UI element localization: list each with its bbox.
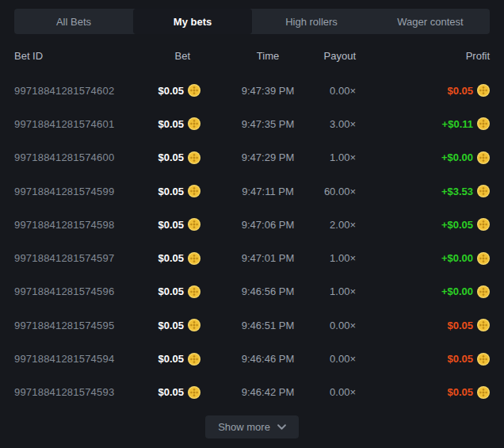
profit-amount: +$0.05 <box>441 219 473 231</box>
profit-cell: +$0.05 <box>356 218 490 231</box>
profit-amount: +$0.00 <box>441 285 473 297</box>
bnb-coin-icon <box>477 386 490 399</box>
payout-cell: 60.00× <box>324 186 356 197</box>
payout-cell: 0.00× <box>330 353 356 365</box>
bnb-coin-icon <box>477 218 490 231</box>
payout-cell: 0.00× <box>330 320 356 331</box>
bet-amount: $0.05 <box>158 85 184 97</box>
col-header-profit: Profit <box>356 50 490 62</box>
bet-id-cell[interactable]: 99718841281574599 <box>14 186 157 197</box>
payout-cell: 0.00× <box>330 85 356 97</box>
bet-amount: $0.05 <box>158 353 184 365</box>
bet-amount: $0.05 <box>158 285 184 297</box>
bnb-coin-icon <box>188 319 200 331</box>
chevron-down-icon <box>277 424 286 430</box>
bet-amount: $0.05 <box>158 219 184 231</box>
bet-id-cell[interactable]: 99718841281574600 <box>14 151 157 163</box>
table-row: 99718841281574597 $0.05 9:47:01 PM 1.00×… <box>14 241 490 274</box>
tab-bar: All Bets My bets High rollers Wager cont… <box>14 9 490 34</box>
col-header-bet: Bet <box>174 50 200 62</box>
profit-cell: $0.05 <box>356 386 490 399</box>
bnb-coin-icon <box>188 386 200 399</box>
bet-id-cell[interactable]: 99718841281574598 <box>14 219 157 231</box>
tab-my-bets[interactable]: My bets <box>133 9 252 34</box>
tab-label: High rollers <box>285 16 338 28</box>
bnb-coin-icon <box>188 252 200 265</box>
col-header-payout: Payout <box>324 50 356 62</box>
bnb-coin-icon <box>188 285 200 298</box>
tab-label: All Bets <box>56 16 91 28</box>
show-more-container: Show more <box>14 415 490 438</box>
table-header: Bet ID Bet Time Payout Profit <box>14 34 490 74</box>
tab-label: Wager contest <box>397 16 463 28</box>
tab-label: My bets <box>174 16 212 28</box>
tab-all-bets[interactable]: All Bets <box>14 9 133 34</box>
time-cell: 9:47:01 PM <box>200 252 335 264</box>
bnb-coin-icon <box>477 353 490 366</box>
profit-amount: +$0.00 <box>441 151 473 163</box>
bet-amount: $0.05 <box>158 186 184 197</box>
time-cell: 9:46:42 PM <box>200 386 335 398</box>
profit-cell: +$3.53 <box>356 185 490 197</box>
profit-cell: +$0.00 <box>356 252 490 265</box>
bet-id-cell[interactable]: 99718841281574594 <box>14 353 157 365</box>
bet-id-cell[interactable]: 99718841281574596 <box>14 285 157 297</box>
profit-amount: $0.05 <box>447 320 473 331</box>
time-cell: 9:47:29 PM <box>200 151 335 163</box>
bet-amount: $0.05 <box>158 118 184 130</box>
payout-cell: 2.00× <box>330 219 356 231</box>
bnb-coin-icon <box>477 117 490 130</box>
table-row: 99718841281574593 $0.05 9:46:42 PM 0.00×… <box>14 376 490 409</box>
profit-amount: +$0.00 <box>441 252 473 264</box>
profit-cell: $0.05 <box>356 84 490 97</box>
show-more-label: Show more <box>218 421 270 433</box>
bnb-coin-icon <box>188 84 200 97</box>
bnb-coin-icon <box>188 218 200 231</box>
bet-cell: $0.05 <box>158 185 200 197</box>
bets-table: Bet ID Bet Time Payout Profit 9971884128… <box>14 34 490 409</box>
table-row: 99718841281574594 $0.05 9:46:46 PM 0.00×… <box>14 342 490 375</box>
bnb-coin-icon <box>188 117 200 130</box>
bnb-coin-icon <box>188 151 200 164</box>
time-cell: 9:46:56 PM <box>200 285 335 297</box>
bnb-coin-icon <box>188 185 200 197</box>
payout-cell: 0.00× <box>330 386 356 398</box>
bet-cell: $0.05 <box>158 285 200 298</box>
bet-cell: $0.05 <box>158 319 200 331</box>
payout-cell: 3.00× <box>330 118 356 130</box>
col-header-time: Time <box>200 50 335 62</box>
bnb-coin-icon <box>188 353 200 366</box>
show-more-button[interactable]: Show more <box>205 415 299 438</box>
bet-id-cell[interactable]: 99718841281574595 <box>14 320 157 331</box>
profit-amount: $0.05 <box>447 353 473 365</box>
bnb-coin-icon <box>477 252 490 265</box>
bet-cell: $0.05 <box>158 84 200 97</box>
tab-wager-contest[interactable]: Wager contest <box>371 9 490 34</box>
bet-id-cell[interactable]: 99718841281574597 <box>14 252 157 264</box>
bet-amount: $0.05 <box>158 252 184 264</box>
table-row: 99718841281574600 $0.05 9:47:29 PM 1.00×… <box>14 141 490 174</box>
bnb-coin-icon <box>477 185 490 197</box>
bet-id-cell[interactable]: 99718841281574601 <box>14 118 157 130</box>
bet-cell: $0.05 <box>158 252 200 265</box>
time-cell: 9:46:51 PM <box>200 320 335 331</box>
bnb-coin-icon <box>477 151 490 164</box>
col-header-bet-id: Bet ID <box>14 50 157 62</box>
bnb-coin-icon <box>477 285 490 298</box>
bet-cell: $0.05 <box>158 151 200 164</box>
bet-amount: $0.05 <box>158 151 184 163</box>
payout-cell: 1.00× <box>330 252 356 264</box>
table-row: 99718841281574601 $0.05 9:47:35 PM 3.00×… <box>14 107 490 140</box>
tab-high-rollers[interactable]: High rollers <box>252 9 371 34</box>
time-cell: 9:47:11 PM <box>200 186 335 197</box>
profit-amount: $0.05 <box>447 85 473 97</box>
payout-cell: 1.00× <box>330 151 356 163</box>
bet-id-cell[interactable]: 99718841281574593 <box>14 386 157 398</box>
time-cell: 9:47:39 PM <box>200 85 335 97</box>
profit-amount: +$0.11 <box>442 118 473 130</box>
payout-cell: 1.00× <box>330 285 356 297</box>
bet-amount: $0.05 <box>158 386 184 398</box>
bet-id-cell[interactable]: 99718841281574602 <box>14 85 157 97</box>
table-row: 99718841281574602 $0.05 9:47:39 PM 0.00×… <box>14 74 490 107</box>
table-row: 99718841281574596 $0.05 9:46:56 PM 1.00×… <box>14 275 490 308</box>
